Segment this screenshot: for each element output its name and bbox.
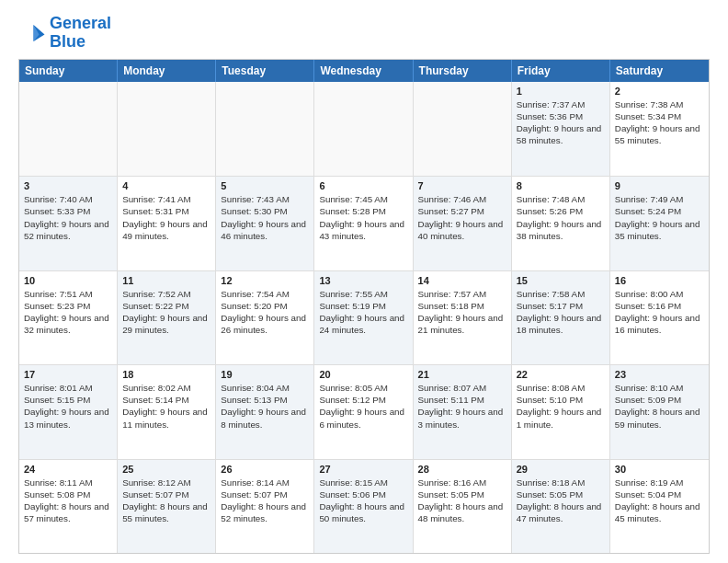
header: General Blue	[18, 15, 710, 52]
calendar-row-0: 1Sunrise: 7:37 AM Sunset: 5:36 PM Daylig…	[19, 82, 709, 176]
cell-info: Sunrise: 8:04 AM Sunset: 5:13 PM Dayligh…	[221, 382, 309, 431]
day-number: 16	[615, 275, 704, 286]
day-number: 15	[517, 275, 605, 286]
calendar-cell-8: 8Sunrise: 7:48 AM Sunset: 5:26 PM Daylig…	[512, 177, 610, 270]
day-number: 23	[615, 369, 704, 380]
cell-info: Sunrise: 8:05 AM Sunset: 5:12 PM Dayligh…	[319, 382, 407, 431]
day-number: 20	[319, 369, 407, 380]
day-number: 22	[517, 369, 605, 380]
cell-info: Sunrise: 8:10 AM Sunset: 5:09 PM Dayligh…	[615, 382, 704, 431]
cell-info: Sunrise: 7:46 AM Sunset: 5:27 PM Dayligh…	[418, 193, 506, 242]
cell-info: Sunrise: 7:41 AM Sunset: 5:31 PM Dayligh…	[122, 193, 210, 242]
cell-info: Sunrise: 8:14 AM Sunset: 5:07 PM Dayligh…	[221, 477, 309, 525]
calendar-cell-14: 14Sunrise: 7:57 AM Sunset: 5:18 PM Dayli…	[414, 271, 512, 364]
cell-info: Sunrise: 8:01 AM Sunset: 5:15 PM Dayligh…	[24, 382, 112, 431]
calendar-cell-17: 17Sunrise: 8:01 AM Sunset: 5:15 PM Dayli…	[19, 365, 118, 458]
calendar-cell-22: 22Sunrise: 8:08 AM Sunset: 5:10 PM Dayli…	[512, 365, 610, 458]
day-number: 26	[221, 464, 309, 475]
day-number: 8	[517, 180, 605, 191]
calendar-cell-26: 26Sunrise: 8:14 AM Sunset: 5:07 PM Dayli…	[216, 460, 314, 553]
cell-info: Sunrise: 7:48 AM Sunset: 5:26 PM Dayligh…	[517, 193, 605, 242]
cell-info: Sunrise: 7:45 AM Sunset: 5:28 PM Dayligh…	[319, 193, 407, 242]
header-day-tuesday: Tuesday	[216, 60, 314, 82]
cell-info: Sunrise: 8:16 AM Sunset: 5:05 PM Dayligh…	[418, 477, 506, 525]
day-number: 4	[122, 180, 210, 191]
cell-info: Sunrise: 8:15 AM Sunset: 5:06 PM Dayligh…	[319, 477, 407, 525]
calendar-cell-30: 30Sunrise: 8:19 AM Sunset: 5:04 PM Dayli…	[610, 460, 709, 553]
logo-text: General Blue	[50, 15, 111, 52]
calendar-cell-29: 29Sunrise: 8:18 AM Sunset: 5:05 PM Dayli…	[512, 460, 610, 553]
calendar-row-3: 17Sunrise: 8:01 AM Sunset: 5:15 PM Dayli…	[19, 364, 709, 458]
calendar-cell-28: 28Sunrise: 8:16 AM Sunset: 5:05 PM Dayli…	[414, 460, 512, 553]
calendar-cell-5: 5Sunrise: 7:43 AM Sunset: 5:30 PM Daylig…	[216, 177, 314, 270]
day-number: 12	[221, 275, 309, 286]
header-day-friday: Friday	[512, 60, 610, 82]
calendar-cell-11: 11Sunrise: 7:52 AM Sunset: 5:22 PM Dayli…	[118, 271, 216, 364]
day-number: 7	[418, 180, 506, 191]
day-number: 24	[24, 464, 112, 475]
calendar-cell-15: 15Sunrise: 7:58 AM Sunset: 5:17 PM Dayli…	[512, 271, 610, 364]
day-number: 25	[122, 464, 210, 475]
day-number: 17	[24, 369, 112, 380]
calendar-cell-16: 16Sunrise: 8:00 AM Sunset: 5:16 PM Dayli…	[610, 271, 709, 364]
calendar-cell-19: 19Sunrise: 8:04 AM Sunset: 5:13 PM Dayli…	[216, 365, 314, 458]
cell-info: Sunrise: 7:40 AM Sunset: 5:33 PM Dayligh…	[24, 193, 112, 242]
cell-info: Sunrise: 7:57 AM Sunset: 5:18 PM Dayligh…	[418, 288, 506, 337]
day-number: 10	[24, 275, 112, 286]
calendar-cell-2: 2Sunrise: 7:38 AM Sunset: 5:34 PM Daylig…	[610, 82, 709, 176]
header-day-monday: Monday	[118, 60, 216, 82]
cell-info: Sunrise: 7:55 AM Sunset: 5:19 PM Dayligh…	[319, 288, 407, 337]
cell-info: Sunrise: 7:49 AM Sunset: 5:24 PM Dayligh…	[615, 193, 704, 242]
day-number: 21	[418, 369, 506, 380]
day-number: 11	[122, 275, 210, 286]
calendar-cell-7: 7Sunrise: 7:46 AM Sunset: 5:27 PM Daylig…	[414, 177, 512, 270]
day-number: 1	[517, 86, 605, 97]
cell-info: Sunrise: 8:08 AM Sunset: 5:10 PM Dayligh…	[517, 382, 605, 431]
day-number: 6	[319, 180, 407, 191]
day-number: 28	[418, 464, 506, 475]
cell-info: Sunrise: 8:02 AM Sunset: 5:14 PM Dayligh…	[122, 382, 210, 431]
day-number: 30	[615, 464, 704, 475]
day-number: 19	[221, 369, 309, 380]
cell-info: Sunrise: 8:19 AM Sunset: 5:04 PM Dayligh…	[615, 477, 704, 525]
day-number: 9	[615, 180, 704, 191]
cell-info: Sunrise: 7:37 AM Sunset: 5:36 PM Dayligh…	[517, 98, 605, 147]
day-number: 29	[517, 464, 605, 475]
calendar-header: SundayMondayTuesdayWednesdayThursdayFrid…	[19, 60, 709, 82]
calendar-cell-4: 4Sunrise: 7:41 AM Sunset: 5:31 PM Daylig…	[118, 177, 216, 270]
calendar-cell-21: 21Sunrise: 8:07 AM Sunset: 5:11 PM Dayli…	[414, 365, 512, 458]
cell-info: Sunrise: 8:00 AM Sunset: 5:16 PM Dayligh…	[615, 288, 704, 337]
page: General Blue SundayMondayTuesdayWednesda…	[0, 0, 728, 563]
day-number: 3	[24, 180, 112, 191]
calendar-cell-25: 25Sunrise: 8:12 AM Sunset: 5:07 PM Dayli…	[118, 460, 216, 553]
cell-info: Sunrise: 8:07 AM Sunset: 5:11 PM Dayligh…	[418, 382, 506, 431]
calendar-cell-13: 13Sunrise: 7:55 AM Sunset: 5:19 PM Dayli…	[314, 271, 413, 364]
header-day-saturday: Saturday	[610, 60, 709, 82]
calendar-row-4: 24Sunrise: 8:11 AM Sunset: 5:08 PM Dayli…	[19, 459, 709, 553]
calendar-cell-24: 24Sunrise: 8:11 AM Sunset: 5:08 PM Dayli…	[19, 460, 118, 553]
calendar-row-2: 10Sunrise: 7:51 AM Sunset: 5:23 PM Dayli…	[19, 270, 709, 364]
cell-info: Sunrise: 7:58 AM Sunset: 5:17 PM Dayligh…	[517, 288, 605, 337]
header-day-sunday: Sunday	[19, 60, 118, 82]
calendar-cell-18: 18Sunrise: 8:02 AM Sunset: 5:14 PM Dayli…	[118, 365, 216, 458]
calendar-cell-27: 27Sunrise: 8:15 AM Sunset: 5:06 PM Dayli…	[314, 460, 413, 553]
calendar-cell-23: 23Sunrise: 8:10 AM Sunset: 5:09 PM Dayli…	[610, 365, 709, 458]
calendar-cell-empty-0-0	[19, 82, 118, 176]
cell-info: Sunrise: 8:12 AM Sunset: 5:07 PM Dayligh…	[122, 477, 210, 525]
calendar-cell-1: 1Sunrise: 7:37 AM Sunset: 5:36 PM Daylig…	[512, 82, 610, 176]
cell-info: Sunrise: 7:43 AM Sunset: 5:30 PM Dayligh…	[221, 193, 309, 242]
logo: General Blue	[18, 15, 111, 52]
day-number: 27	[319, 464, 407, 475]
calendar-cell-20: 20Sunrise: 8:05 AM Sunset: 5:12 PM Dayli…	[314, 365, 413, 458]
calendar-row-1: 3Sunrise: 7:40 AM Sunset: 5:33 PM Daylig…	[19, 176, 709, 270]
calendar-cell-10: 10Sunrise: 7:51 AM Sunset: 5:23 PM Dayli…	[19, 271, 118, 364]
day-number: 18	[122, 369, 210, 380]
calendar-cell-empty-0-4	[414, 82, 512, 176]
calendar-cell-6: 6Sunrise: 7:45 AM Sunset: 5:28 PM Daylig…	[314, 177, 413, 270]
day-number: 14	[418, 275, 506, 286]
day-number: 5	[221, 180, 309, 191]
calendar-cell-empty-0-2	[216, 82, 314, 176]
day-number: 2	[615, 86, 704, 97]
cell-info: Sunrise: 8:18 AM Sunset: 5:05 PM Dayligh…	[517, 477, 605, 525]
header-day-thursday: Thursday	[414, 60, 512, 82]
